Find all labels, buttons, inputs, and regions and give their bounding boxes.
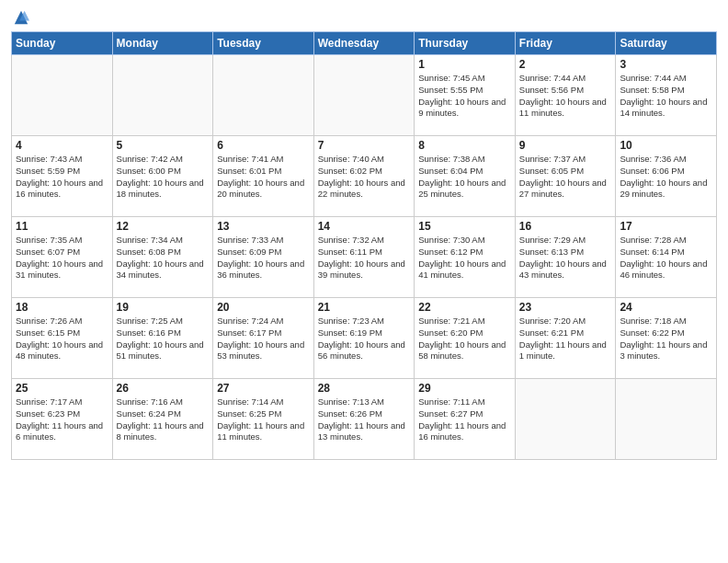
day-number: 17 <box>620 220 712 233</box>
calendar-cell: 13Sunrise: 7:33 AM Sunset: 6:09 PM Dayli… <box>213 217 314 298</box>
day-info: Sunrise: 7:23 AM Sunset: 6:19 PM Dayligh… <box>318 316 411 362</box>
day-number: 12 <box>117 220 210 233</box>
weekday-header-sunday: Sunday <box>12 32 113 55</box>
calendar-cell: 22Sunrise: 7:21 AM Sunset: 6:20 PM Dayli… <box>415 298 516 379</box>
calendar-week-row: 4Sunrise: 7:43 AM Sunset: 5:59 PM Daylig… <box>12 136 717 217</box>
calendar-cell: 6Sunrise: 7:41 AM Sunset: 6:01 PM Daylig… <box>213 136 314 217</box>
calendar-cell: 21Sunrise: 7:23 AM Sunset: 6:19 PM Dayli… <box>313 298 415 379</box>
day-info: Sunrise: 7:13 AM Sunset: 6:26 PM Dayligh… <box>318 396 411 443</box>
calendar-cell: 2Sunrise: 7:44 AM Sunset: 5:56 PM Daylig… <box>515 55 616 136</box>
day-number: 13 <box>217 220 310 233</box>
day-info: Sunrise: 7:43 AM Sunset: 5:59 PM Dayligh… <box>16 154 108 201</box>
calendar-cell: 9Sunrise: 7:37 AM Sunset: 6:05 PM Daylig… <box>515 136 616 217</box>
calendar-cell: 29Sunrise: 7:11 AM Sunset: 6:27 PM Dayli… <box>415 379 516 460</box>
calendar-cell <box>112 55 213 136</box>
calendar-cell: 15Sunrise: 7:30 AM Sunset: 6:12 PM Dayli… <box>415 217 516 298</box>
day-info: Sunrise: 7:21 AM Sunset: 6:20 PM Dayligh… <box>418 316 511 362</box>
calendar-week-row: 1Sunrise: 7:45 AM Sunset: 5:55 PM Daylig… <box>12 55 717 136</box>
day-info: Sunrise: 7:20 AM Sunset: 6:21 PM Dayligh… <box>519 316 612 362</box>
calendar-cell: 23Sunrise: 7:20 AM Sunset: 6:21 PM Dayli… <box>515 298 616 379</box>
day-info: Sunrise: 7:28 AM Sunset: 6:14 PM Dayligh… <box>620 235 712 282</box>
calendar-cell <box>616 379 717 460</box>
day-number: 4 <box>16 139 108 152</box>
day-info: Sunrise: 7:18 AM Sunset: 6:22 PM Dayligh… <box>620 316 712 362</box>
day-info: Sunrise: 7:29 AM Sunset: 6:13 PM Dayligh… <box>519 235 612 282</box>
day-number: 24 <box>620 301 712 314</box>
header <box>11 9 717 26</box>
calendar-cell: 7Sunrise: 7:40 AM Sunset: 6:02 PM Daylig… <box>313 136 415 217</box>
weekday-header-friday: Friday <box>515 32 616 55</box>
calendar-cell <box>12 55 113 136</box>
day-number: 26 <box>117 382 210 395</box>
day-info: Sunrise: 7:34 AM Sunset: 6:08 PM Dayligh… <box>117 235 210 282</box>
calendar-week-row: 25Sunrise: 7:17 AM Sunset: 6:23 PM Dayli… <box>12 379 717 460</box>
day-number: 19 <box>117 301 210 314</box>
day-number: 21 <box>318 301 411 314</box>
logo <box>11 9 29 26</box>
day-info: Sunrise: 7:17 AM Sunset: 6:23 PM Dayligh… <box>16 396 108 443</box>
logo-icon <box>13 9 29 26</box>
calendar-cell: 8Sunrise: 7:38 AM Sunset: 6:04 PM Daylig… <box>415 136 516 217</box>
day-info: Sunrise: 7:32 AM Sunset: 6:11 PM Dayligh… <box>318 235 411 282</box>
day-number: 7 <box>318 139 411 152</box>
calendar-cell: 14Sunrise: 7:32 AM Sunset: 6:11 PM Dayli… <box>313 217 415 298</box>
day-number: 20 <box>217 301 310 314</box>
calendar-cell: 17Sunrise: 7:28 AM Sunset: 6:14 PM Dayli… <box>616 217 717 298</box>
weekday-header-monday: Monday <box>112 32 213 55</box>
calendar-cell: 27Sunrise: 7:14 AM Sunset: 6:25 PM Dayli… <box>213 379 314 460</box>
calendar-cell <box>313 55 415 136</box>
calendar-week-row: 18Sunrise: 7:26 AM Sunset: 6:15 PM Dayli… <box>12 298 717 379</box>
day-number: 2 <box>519 58 612 71</box>
day-info: Sunrise: 7:16 AM Sunset: 6:24 PM Dayligh… <box>117 396 210 443</box>
day-info: Sunrise: 7:45 AM Sunset: 5:55 PM Dayligh… <box>418 73 511 120</box>
day-number: 22 <box>418 301 511 314</box>
day-number: 23 <box>519 301 612 314</box>
calendar-cell <box>213 55 314 136</box>
day-info: Sunrise: 7:37 AM Sunset: 6:05 PM Dayligh… <box>519 154 612 201</box>
day-number: 8 <box>418 139 511 152</box>
calendar-cell: 25Sunrise: 7:17 AM Sunset: 6:23 PM Dayli… <box>12 379 113 460</box>
weekday-header-thursday: Thursday <box>415 32 516 55</box>
calendar-cell: 4Sunrise: 7:43 AM Sunset: 5:59 PM Daylig… <box>12 136 113 217</box>
day-info: Sunrise: 7:24 AM Sunset: 6:17 PM Dayligh… <box>217 316 310 362</box>
calendar-cell: 18Sunrise: 7:26 AM Sunset: 6:15 PM Dayli… <box>12 298 113 379</box>
calendar-cell: 10Sunrise: 7:36 AM Sunset: 6:06 PM Dayli… <box>616 136 717 217</box>
day-number: 27 <box>217 382 310 395</box>
day-info: Sunrise: 7:11 AM Sunset: 6:27 PM Dayligh… <box>418 396 511 443</box>
calendar-cell: 28Sunrise: 7:13 AM Sunset: 6:26 PM Dayli… <box>313 379 415 460</box>
day-number: 16 <box>519 220 612 233</box>
weekday-header-wednesday: Wednesday <box>313 32 415 55</box>
calendar-cell: 11Sunrise: 7:35 AM Sunset: 6:07 PM Dayli… <box>12 217 113 298</box>
day-number: 14 <box>318 220 411 233</box>
day-number: 18 <box>16 301 108 314</box>
day-info: Sunrise: 7:30 AM Sunset: 6:12 PM Dayligh… <box>418 235 511 282</box>
day-info: Sunrise: 7:26 AM Sunset: 6:15 PM Dayligh… <box>16 316 108 362</box>
day-info: Sunrise: 7:44 AM Sunset: 5:58 PM Dayligh… <box>620 73 712 120</box>
calendar-table: SundayMondayTuesdayWednesdayThursdayFrid… <box>11 31 717 460</box>
day-number: 6 <box>217 139 310 152</box>
day-info: Sunrise: 7:25 AM Sunset: 6:16 PM Dayligh… <box>117 316 210 362</box>
day-info: Sunrise: 7:14 AM Sunset: 6:25 PM Dayligh… <box>217 396 310 443</box>
calendar-cell: 1Sunrise: 7:45 AM Sunset: 5:55 PM Daylig… <box>415 55 516 136</box>
calendar-cell: 3Sunrise: 7:44 AM Sunset: 5:58 PM Daylig… <box>616 55 717 136</box>
calendar-cell <box>515 379 616 460</box>
day-number: 5 <box>117 139 210 152</box>
calendar-header-row: SundayMondayTuesdayWednesdayThursdayFrid… <box>12 32 717 55</box>
calendar-cell: 12Sunrise: 7:34 AM Sunset: 6:08 PM Dayli… <box>112 217 213 298</box>
day-number: 9 <box>519 139 612 152</box>
calendar-cell: 26Sunrise: 7:16 AM Sunset: 6:24 PM Dayli… <box>112 379 213 460</box>
day-number: 10 <box>620 139 712 152</box>
day-info: Sunrise: 7:36 AM Sunset: 6:06 PM Dayligh… <box>620 154 712 201</box>
calendar-cell: 20Sunrise: 7:24 AM Sunset: 6:17 PM Dayli… <box>213 298 314 379</box>
day-info: Sunrise: 7:42 AM Sunset: 6:00 PM Dayligh… <box>117 154 210 201</box>
day-number: 25 <box>16 382 108 395</box>
weekday-header-saturday: Saturday <box>616 32 717 55</box>
calendar-cell: 19Sunrise: 7:25 AM Sunset: 6:16 PM Dayli… <box>112 298 213 379</box>
calendar-week-row: 11Sunrise: 7:35 AM Sunset: 6:07 PM Dayli… <box>12 217 717 298</box>
day-info: Sunrise: 7:44 AM Sunset: 5:56 PM Dayligh… <box>519 73 612 120</box>
day-info: Sunrise: 7:40 AM Sunset: 6:02 PM Dayligh… <box>318 154 411 201</box>
day-info: Sunrise: 7:41 AM Sunset: 6:01 PM Dayligh… <box>217 154 310 201</box>
day-number: 11 <box>16 220 108 233</box>
day-info: Sunrise: 7:33 AM Sunset: 6:09 PM Dayligh… <box>217 235 310 282</box>
day-info: Sunrise: 7:35 AM Sunset: 6:07 PM Dayligh… <box>16 235 108 282</box>
